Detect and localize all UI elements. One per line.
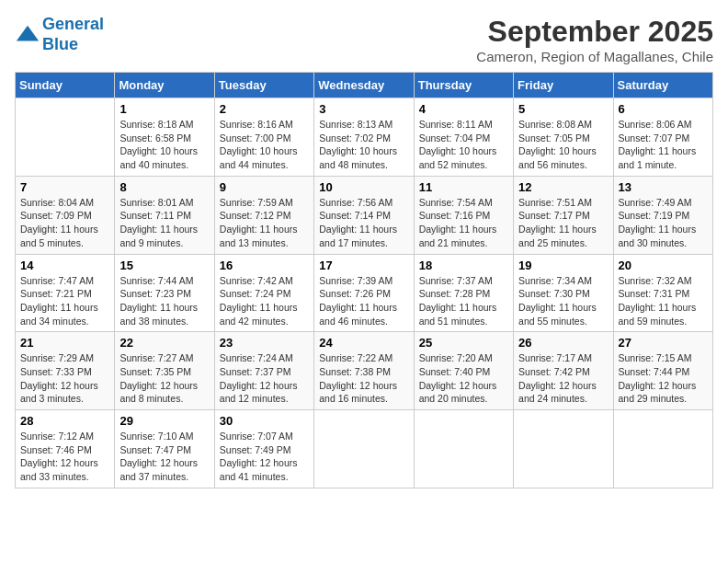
calendar-cell — [314, 410, 414, 488]
day-number: 18 — [419, 259, 508, 272]
day-number: 7 — [20, 180, 109, 194]
day-number: 4 — [419, 102, 508, 116]
calendar-cell: 19Sunrise: 7:34 AMSunset: 7:30 PMDayligh… — [514, 254, 613, 332]
calendar-cell: 13Sunrise: 7:49 AMSunset: 7:19 PMDayligh… — [613, 176, 712, 254]
day-info: Sunrise: 7:59 AMSunset: 7:12 PMDaylight:… — [220, 196, 309, 250]
day-number: 8 — [119, 180, 209, 194]
day-of-week-header: Monday — [115, 73, 214, 98]
logo-text-blue: Blue — [42, 35, 78, 53]
day-info: Sunrise: 7:32 AMSunset: 7:31 PMDaylight:… — [619, 274, 708, 328]
day-number: 28 — [20, 414, 109, 428]
calendar-cell: 3Sunrise: 8:13 AMSunset: 7:02 PMDaylight… — [314, 98, 414, 177]
calendar-cell — [414, 410, 513, 488]
day-number: 21 — [20, 336, 109, 350]
day-of-week-header: Friday — [514, 73, 613, 98]
day-number: 30 — [220, 414, 309, 428]
calendar-cell: 7Sunrise: 8:04 AMSunset: 7:09 PMDaylight… — [16, 176, 115, 254]
day-info: Sunrise: 7:34 AMSunset: 7:30 PMDaylight:… — [518, 274, 608, 328]
day-info: Sunrise: 7:42 AMSunset: 7:24 PMDaylight:… — [220, 274, 309, 328]
calendar-week-row: 21Sunrise: 7:29 AMSunset: 7:33 PMDayligh… — [16, 332, 713, 410]
day-info: Sunrise: 8:04 AMSunset: 7:09 PMDaylight:… — [20, 196, 109, 250]
calendar-cell: 28Sunrise: 7:12 AMSunset: 7:46 PMDayligh… — [16, 410, 115, 488]
day-number: 10 — [319, 180, 408, 194]
day-info: Sunrise: 8:11 AMSunset: 7:04 PMDaylight:… — [419, 118, 508, 172]
calendar-week-row: 28Sunrise: 7:12 AMSunset: 7:46 PMDayligh… — [16, 410, 713, 488]
day-number: 15 — [119, 259, 209, 272]
day-number: 22 — [119, 336, 209, 350]
logo: General Blue — [15, 15, 104, 54]
calendar-cell: 22Sunrise: 7:27 AMSunset: 7:35 PMDayligh… — [115, 332, 214, 410]
calendar-cell: 21Sunrise: 7:29 AMSunset: 7:33 PMDayligh… — [16, 332, 115, 410]
location-subtitle: Cameron, Region of Magallanes, Chile — [476, 49, 713, 64]
calendar-table: SundayMondayTuesdayWednesdayThursdayFrid… — [15, 72, 713, 488]
day-info: Sunrise: 8:06 AMSunset: 7:07 PMDaylight:… — [619, 118, 708, 172]
calendar-cell: 20Sunrise: 7:32 AMSunset: 7:31 PMDayligh… — [613, 254, 712, 332]
day-number: 6 — [619, 102, 708, 116]
day-info: Sunrise: 7:44 AMSunset: 7:23 PMDaylight:… — [119, 274, 209, 328]
day-of-week-header: Saturday — [613, 73, 712, 98]
day-info: Sunrise: 7:20 AMSunset: 7:40 PMDaylight:… — [419, 351, 508, 406]
day-info: Sunrise: 7:07 AMSunset: 7:49 PMDaylight:… — [220, 430, 309, 484]
day-info: Sunrise: 7:37 AMSunset: 7:28 PMDaylight:… — [419, 274, 508, 328]
day-info: Sunrise: 8:08 AMSunset: 7:05 PMDaylight:… — [518, 118, 608, 172]
calendar-cell — [16, 98, 115, 177]
day-number: 16 — [220, 259, 309, 272]
calendar-cell: 17Sunrise: 7:39 AMSunset: 7:26 PMDayligh… — [314, 254, 414, 332]
day-info: Sunrise: 7:12 AMSunset: 7:46 PMDaylight:… — [20, 430, 109, 484]
day-info: Sunrise: 7:15 AMSunset: 7:44 PMDaylight:… — [619, 351, 708, 406]
day-of-week-header: Tuesday — [214, 73, 313, 98]
day-number: 20 — [619, 259, 708, 272]
day-info: Sunrise: 7:27 AMSunset: 7:35 PMDaylight:… — [119, 351, 209, 406]
calendar-week-row: 14Sunrise: 7:47 AMSunset: 7:21 PMDayligh… — [16, 254, 713, 332]
day-of-week-header: Thursday — [414, 73, 513, 98]
calendar-cell: 16Sunrise: 7:42 AMSunset: 7:24 PMDayligh… — [214, 254, 313, 332]
day-info: Sunrise: 8:18 AMSunset: 6:58 PMDaylight:… — [119, 118, 209, 172]
calendar-cell: 11Sunrise: 7:54 AMSunset: 7:16 PMDayligh… — [414, 176, 513, 254]
day-number: 24 — [319, 336, 408, 350]
day-number: 13 — [619, 180, 708, 194]
calendar-cell — [613, 410, 712, 488]
day-of-week-header: Sunday — [16, 73, 115, 98]
day-number: 2 — [220, 102, 309, 116]
day-info: Sunrise: 7:51 AMSunset: 7:17 PMDaylight:… — [518, 196, 608, 250]
day-number: 19 — [518, 259, 608, 272]
calendar-cell: 6Sunrise: 8:06 AMSunset: 7:07 PMDaylight… — [613, 98, 712, 177]
calendar-week-row: 1Sunrise: 8:18 AMSunset: 6:58 PMDaylight… — [16, 98, 713, 177]
page-header: General Blue September 2025 Cameron, Reg… — [15, 15, 713, 64]
calendar-cell: 26Sunrise: 7:17 AMSunset: 7:42 PMDayligh… — [514, 332, 613, 410]
day-number: 3 — [319, 102, 408, 116]
calendar-cell: 25Sunrise: 7:20 AMSunset: 7:40 PMDayligh… — [414, 332, 513, 410]
calendar-cell: 10Sunrise: 7:56 AMSunset: 7:14 PMDayligh… — [314, 176, 414, 254]
day-number: 25 — [419, 336, 508, 350]
calendar-header-row: SundayMondayTuesdayWednesdayThursdayFrid… — [16, 73, 713, 98]
day-info: Sunrise: 7:49 AMSunset: 7:19 PMDaylight:… — [619, 196, 708, 250]
day-number: 9 — [220, 180, 309, 194]
day-info: Sunrise: 7:39 AMSunset: 7:26 PMDaylight:… — [319, 274, 408, 328]
day-info: Sunrise: 7:22 AMSunset: 7:38 PMDaylight:… — [319, 351, 408, 406]
day-info: Sunrise: 8:13 AMSunset: 7:02 PMDaylight:… — [319, 118, 408, 172]
day-info: Sunrise: 7:56 AMSunset: 7:14 PMDaylight:… — [319, 196, 408, 250]
day-number: 14 — [20, 259, 109, 272]
day-info: Sunrise: 8:01 AMSunset: 7:11 PMDaylight:… — [119, 196, 209, 250]
day-number: 26 — [518, 336, 608, 350]
calendar-cell: 14Sunrise: 7:47 AMSunset: 7:21 PMDayligh… — [16, 254, 115, 332]
day-number: 17 — [319, 259, 408, 272]
day-info: Sunrise: 7:24 AMSunset: 7:37 PMDaylight:… — [220, 351, 309, 406]
calendar-cell: 29Sunrise: 7:10 AMSunset: 7:47 PMDayligh… — [115, 410, 214, 488]
calendar-cell: 8Sunrise: 8:01 AMSunset: 7:11 PMDaylight… — [115, 176, 214, 254]
logo-text-general: General — [42, 15, 104, 33]
svg-marker-0 — [17, 25, 39, 40]
calendar-cell: 4Sunrise: 8:11 AMSunset: 7:04 PMDaylight… — [414, 98, 513, 177]
day-number: 5 — [518, 102, 608, 116]
day-info: Sunrise: 7:17 AMSunset: 7:42 PMDaylight:… — [518, 351, 608, 406]
day-info: Sunrise: 7:47 AMSunset: 7:21 PMDaylight:… — [20, 274, 109, 328]
calendar-cell: 2Sunrise: 8:16 AMSunset: 7:00 PMDaylight… — [214, 98, 313, 177]
calendar-cell: 23Sunrise: 7:24 AMSunset: 7:37 PMDayligh… — [214, 332, 313, 410]
calendar-cell: 24Sunrise: 7:22 AMSunset: 7:38 PMDayligh… — [314, 332, 414, 410]
calendar-cell: 30Sunrise: 7:07 AMSunset: 7:49 PMDayligh… — [214, 410, 313, 488]
calendar-cell: 15Sunrise: 7:44 AMSunset: 7:23 PMDayligh… — [115, 254, 214, 332]
day-number: 29 — [119, 414, 209, 428]
calendar-cell: 12Sunrise: 7:51 AMSunset: 7:17 PMDayligh… — [514, 176, 613, 254]
day-number: 11 — [419, 180, 508, 194]
logo-icon — [15, 22, 40, 48]
